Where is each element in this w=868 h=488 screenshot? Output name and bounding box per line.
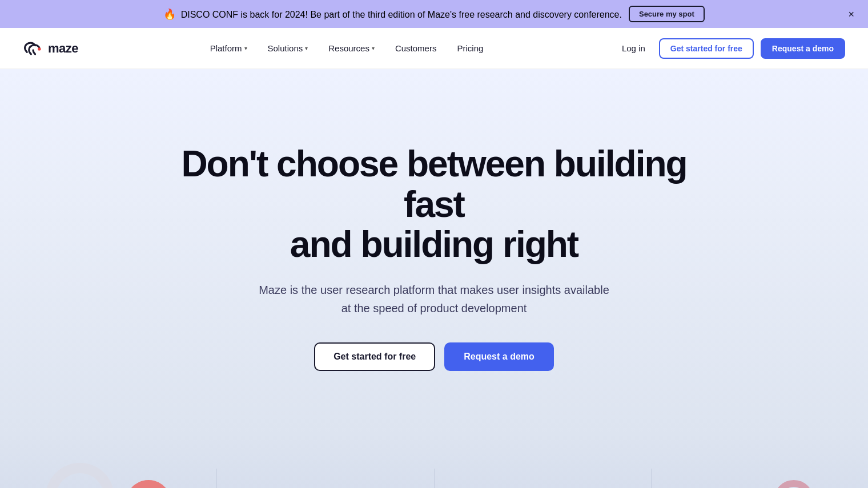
hero-headline-line2: and building right [290, 224, 578, 265]
divider-1 [216, 469, 217, 488]
logo-text: maze [48, 41, 78, 56]
hero-get-started-button[interactable]: Get started for free [314, 342, 435, 371]
maze-logo-icon [23, 41, 43, 57]
announcement-banner: 🔥 DISCO CONF is back for 2024! Be part o… [0, 0, 868, 28]
pink-arc-shape [117, 471, 179, 488]
nav-platform-label: Platform [210, 43, 242, 53]
logo-link[interactable]: maze [23, 41, 78, 57]
resources-chevron-icon: ▾ [372, 45, 375, 51]
announcement-text: 🔥 DISCO CONF is back for 2024! Be part o… [163, 8, 622, 21]
navbar: maze Platform ▾ Solutions ▾ Resources ▾ … [0, 28, 868, 69]
hero-subtext: Maze is the user research platform that … [257, 281, 611, 317]
shape-group-left [0, 463, 216, 488]
nav-pricing-label: Pricing [457, 43, 483, 53]
login-button[interactable]: Log in [615, 39, 652, 58]
nav-resources[interactable]: Resources ▾ [319, 39, 384, 58]
hero-headline-line1: Don't choose between building fast [181, 143, 686, 224]
divider-2 [434, 469, 435, 488]
ring-shape [46, 463, 114, 488]
nav-customers-label: Customers [395, 43, 437, 53]
banner-message: DISCO CONF is back for 2024! Be part of … [181, 10, 622, 19]
hero-section: Don't choose between building fast and b… [0, 69, 868, 434]
banner-emoji: 🔥 [163, 9, 176, 20]
platform-chevron-icon: ▾ [244, 45, 247, 51]
hero-content: Don't choose between building fast and b… [177, 144, 691, 370]
nav-pricing[interactable]: Pricing [448, 39, 492, 58]
request-demo-nav-button[interactable]: Request a demo [761, 38, 845, 59]
nav-actions: Log in Get started for free Request a de… [615, 38, 845, 59]
product-preview-area [0, 434, 868, 488]
hero-request-demo-button[interactable]: Request a demo [444, 342, 554, 371]
shape-group-right [652, 480, 868, 488]
hero-headline: Don't choose between building fast and b… [177, 144, 691, 264]
svg-point-0 [38, 47, 41, 50]
nav-links: Platform ▾ Solutions ▾ Resources ▾ Custo… [201, 39, 493, 58]
nav-customers[interactable]: Customers [386, 39, 446, 58]
banner-close-button[interactable]: × [846, 7, 857, 22]
pink-donut-shape [774, 480, 814, 488]
nav-platform[interactable]: Platform ▾ [201, 39, 256, 58]
shapes-container [0, 434, 868, 488]
nav-solutions-label: Solutions [268, 43, 303, 53]
nav-resources-label: Resources [328, 43, 369, 53]
nav-solutions[interactable]: Solutions ▾ [259, 39, 318, 58]
secure-my-spot-button[interactable]: Secure my spot [629, 6, 705, 22]
hero-cta-group: Get started for free Request a demo [177, 342, 691, 371]
get-started-nav-button[interactable]: Get started for free [659, 38, 754, 59]
solutions-chevron-icon: ▾ [305, 45, 308, 51]
